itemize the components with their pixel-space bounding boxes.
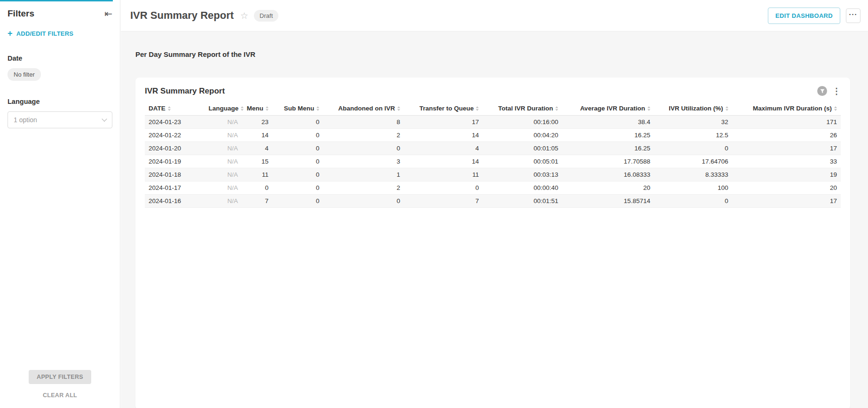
cell-value: 0 <box>242 181 272 195</box>
cell-value: 17 <box>732 195 841 208</box>
column-label: DATE <box>149 105 166 112</box>
column-header-inner[interactable]: Maximum IVR Duration (s) <box>753 105 837 112</box>
cell-value: 20 <box>732 181 841 195</box>
cell-value: 3 <box>323 155 404 168</box>
column-header[interactable]: Average IVR Duration <box>562 102 654 116</box>
cell-value: 17.64706 <box>654 155 732 168</box>
cell-value: 0 <box>272 142 323 155</box>
cell-value: 00:16:00 <box>482 116 562 129</box>
cell-value: 11 <box>242 168 272 181</box>
table-row: 2024-01-17N/A002000:00:402010020 <box>145 181 841 195</box>
cell-value: N/A <box>205 129 242 142</box>
cell-value: 14 <box>404 129 482 142</box>
cell-value: 32 <box>654 116 732 129</box>
sort-icon[interactable] <box>266 106 268 111</box>
sort-icon[interactable] <box>726 106 728 111</box>
cell-value: 100 <box>654 181 732 195</box>
cell-value: N/A <box>205 142 242 155</box>
plus-icon: + <box>8 29 13 38</box>
sort-icon[interactable] <box>834 106 837 111</box>
cell-value: 1 <box>323 168 404 181</box>
header-actions: EDIT DASHBOARD ··· <box>768 8 860 24</box>
column-header[interactable]: Transfer to Queue <box>404 102 482 116</box>
language-filter-select[interactable]: 1 option <box>8 111 112 128</box>
column-header[interactable]: Sub Menu <box>272 102 323 116</box>
column-header-inner[interactable]: Sub Menu <box>284 105 320 112</box>
cell-value: 171 <box>732 116 841 129</box>
column-header-inner[interactable]: Average IVR Duration <box>580 105 650 112</box>
sort-icon[interactable] <box>555 106 558 111</box>
sort-icon[interactable] <box>241 106 244 111</box>
sort-icon[interactable] <box>476 106 479 111</box>
add-edit-filters-button[interactable]: + ADD/EDIT FILTERS <box>8 29 112 38</box>
table-row: 2024-01-18N/A11011100:03:1316.083338.333… <box>145 168 841 181</box>
clear-all-button[interactable]: CLEAR ALL <box>43 392 77 399</box>
status-badge: Draft <box>254 10 278 22</box>
column-header[interactable]: Menu <box>242 102 272 116</box>
sidebar-footer: APPLY FILTERS CLEAR ALL <box>0 370 120 399</box>
column-header-inner[interactable]: Transfer to Queue <box>419 105 479 112</box>
cell-value: 14 <box>242 129 272 142</box>
cell-value: 8 <box>323 116 404 129</box>
cell-value: N/A <box>205 168 242 181</box>
cell-value: 38.4 <box>562 116 654 129</box>
cell-value: 00:01:51 <box>482 195 562 208</box>
cell-value: 0 <box>404 181 482 195</box>
table-header-row: DATELanguageMenuSub MenuAbandoned on IVR… <box>145 102 841 116</box>
more-menu-button[interactable]: ··· <box>846 8 860 23</box>
ivr-summary-card: IVR Summary Report ⋮ DATELanguageMenuSub… <box>135 78 850 408</box>
language-filter-label: Language <box>8 98 112 105</box>
sort-icon[interactable] <box>168 106 171 111</box>
date-filter-chip[interactable]: No filter <box>8 68 41 81</box>
column-header-inner[interactable]: IVR Utilization (%) <box>669 105 728 112</box>
cell-value: 0 <box>272 195 323 208</box>
cell-value: 0 <box>272 168 323 181</box>
cell-value: 8.33333 <box>654 168 732 181</box>
cell-value: N/A <box>205 116 242 129</box>
column-label: Sub Menu <box>284 105 315 112</box>
cell-value: 0 <box>323 142 404 155</box>
cell-date: 2024-01-19 <box>145 155 205 168</box>
column-header[interactable]: DATE <box>145 102 205 116</box>
sort-icon[interactable] <box>316 106 319 111</box>
column-header[interactable]: Total IVR Duration <box>482 102 562 116</box>
sort-icon[interactable] <box>647 106 650 111</box>
table-row: 2024-01-23N/A23081700:16:0038.432171 <box>145 116 841 129</box>
chevron-down-icon <box>102 116 107 121</box>
language-filter-value: 1 option <box>14 116 37 124</box>
column-label: Abandoned on IVR <box>338 105 395 112</box>
column-header-inner[interactable]: Language <box>208 105 244 112</box>
card-actions: ⋮ <box>817 86 841 96</box>
main-area: IVR Summary Report ☆ Draft EDIT DASHBOAR… <box>121 0 868 408</box>
cell-value: 19 <box>732 168 841 181</box>
cell-value: 0 <box>272 181 323 195</box>
cell-value: 0 <box>654 195 732 208</box>
kebab-menu-icon[interactable]: ⋮ <box>832 87 841 95</box>
collapse-sidebar-icon[interactable]: ⇤ <box>104 9 112 18</box>
cell-date: 2024-01-22 <box>145 129 205 142</box>
markdown-text: Per Day Summary Report of the IVR <box>135 50 850 58</box>
cell-value: 12.5 <box>654 129 732 142</box>
cell-value: 0 <box>272 129 323 142</box>
column-header[interactable]: IVR Utilization (%) <box>654 102 732 116</box>
column-header[interactable]: Language <box>205 102 242 116</box>
column-header[interactable]: Abandoned on IVR <box>323 102 404 116</box>
column-header[interactable]: Maximum IVR Duration (s) <box>732 102 841 116</box>
edit-dashboard-button[interactable]: EDIT DASHBOARD <box>768 8 840 24</box>
apply-filters-button[interactable]: APPLY FILTERS <box>29 370 91 384</box>
table-row: 2024-01-19N/A15031400:05:0117.7058817.64… <box>145 155 841 168</box>
dashboard-header: IVR Summary Report ☆ Draft EDIT DASHBOAR… <box>121 0 868 31</box>
cell-value: 0 <box>272 116 323 129</box>
filter-indicator-icon[interactable] <box>817 86 827 96</box>
sort-icon[interactable] <box>397 106 400 111</box>
favorite-star-icon[interactable]: ☆ <box>240 11 248 20</box>
cell-value: 4 <box>404 142 482 155</box>
column-header-inner[interactable]: Menu <box>247 105 268 112</box>
cell-date: 2024-01-17 <box>145 181 205 195</box>
funnel-icon <box>820 89 825 94</box>
column-header-inner[interactable]: Total IVR Duration <box>498 105 559 112</box>
card-header: IVR Summary Report ⋮ <box>145 86 841 96</box>
column-header-inner[interactable]: Abandoned on IVR <box>338 105 400 112</box>
column-header-inner[interactable]: DATE <box>149 105 171 112</box>
cell-date: 2024-01-20 <box>145 142 205 155</box>
